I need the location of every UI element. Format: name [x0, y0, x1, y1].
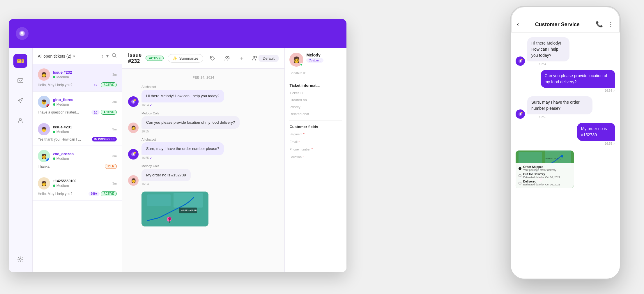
svg-point-5	[226, 56, 227, 58]
phone-message: Hi there Melody!How can I help you today…	[516, 37, 615, 66]
ticket-time: 3m	[112, 182, 117, 185]
phone-call-icon[interactable]: 📞	[596, 21, 603, 28]
info-profile: 👩 Melody Custom...	[289, 53, 342, 67]
nav-item-tickets[interactable]: 🎫	[13, 54, 27, 68]
svg-point-6	[227, 56, 229, 58]
avatar: 👨	[38, 123, 50, 135]
ticket-subtitle: Medium	[53, 102, 109, 107]
phone-mockup: ‹ Customer Service 📞 ⋮ Hi there Melody!H…	[510, 6, 621, 279]
created-on-label: Created on	[289, 98, 307, 102]
location-label: Location	[289, 155, 342, 159]
ticket-preview-text: Thanks.	[38, 164, 103, 169]
ticket-badge-status: ACTIVE	[101, 191, 117, 196]
back-button[interactable]: ‹	[517, 21, 519, 28]
check-icon: ✓	[150, 104, 152, 107]
avatar: 👦 📷	[38, 96, 50, 108]
ticket-preview-text: Hello, May I help you?	[38, 192, 86, 196]
nav-item-inbox[interactable]	[13, 74, 27, 88]
ticket-list-actions: ↕ ▾	[101, 53, 117, 59]
message-bubble-wrap: Melody Cols Can you please provide locat…	[141, 111, 240, 133]
info-ticket-row: Ticket ID	[289, 91, 342, 95]
bot-avatar	[128, 149, 139, 160]
filter-icon[interactable]: ▾	[106, 53, 109, 59]
svg-point-4	[211, 57, 212, 58]
ticket-preview-text: I have a question related...	[38, 110, 89, 114]
bot-avatar	[516, 109, 525, 119]
sparkle-icon: ✨	[173, 56, 177, 61]
ticket-preview: Yes thank you! How can I ... IN PROGRESS	[38, 137, 117, 141]
chat-status-badge: ACTIVE	[146, 56, 164, 61]
message-sender: Melody Cols	[141, 111, 240, 115]
message-sender: Melody Cols	[141, 164, 191, 168]
chevron-down-icon[interactable]: ▾	[73, 54, 75, 59]
info-user-details: Melody Custom...	[306, 53, 323, 63]
phone-more-icon[interactable]: ⋮	[608, 21, 614, 28]
phone-message-time: 16:55 ✓	[605, 142, 615, 145]
phone-map-container: GREEN LANE WAREHAM RD Order Shipped Your…	[516, 149, 615, 188]
message-group: AI chatbot Sure, may I have the order nu…	[128, 138, 279, 160]
svg-text:GREEN LANE: GREEN LANE	[545, 157, 558, 160]
map-image: WAREHAM RD	[141, 192, 208, 226]
add-button[interactable]: +	[236, 53, 247, 63]
ticket-badge-count: 10	[91, 110, 100, 115]
ticket-item[interactable]: 👨 Issue #231 Medium 3m Yes thank you! Ho…	[33, 119, 122, 146]
chat-header-actions: ✨ Summarize	[168, 53, 279, 63]
avatar: 👩	[38, 68, 50, 81]
tag-button[interactable]	[207, 53, 218, 63]
info-panel: 👩 Melody Custom... Sendbird ID Ticket in…	[285, 48, 346, 272]
nav-item-settings[interactable]	[13, 252, 27, 266]
facebook-icon: f	[46, 158, 50, 162]
ticket-item-header: 👩 +14255550100 Medium 3m	[38, 177, 117, 189]
related-chat-label: Related chat	[289, 112, 309, 116]
phone-message: Can you please provide location of my fo…	[516, 70, 615, 92]
tracking-info: Order Shipped Your package off for deliv…	[516, 163, 574, 188]
ticket-preview: Thanks. IDLE	[38, 164, 117, 169]
bubble-wrap: Sure, may I have the order number please…	[527, 96, 614, 119]
customer-fields-title: Customer fields	[289, 125, 342, 129]
summarize-button[interactable]: ✨ Summarize	[168, 54, 203, 63]
ticket-meta: +14255550100 Medium	[53, 179, 109, 188]
message-bubble-wrap: AI chatbot Hi there Melody! How can I he…	[141, 85, 224, 107]
ticket-name: zoe_orozco	[53, 152, 109, 156]
ticket-time: 3m	[112, 154, 117, 158]
ticket-badge-status: IDLE	[105, 164, 117, 169]
ticket-subtitle: Medium	[53, 184, 109, 188]
info-ticket-row: Created on	[289, 98, 342, 102]
priority-dot	[53, 185, 55, 187]
phone-message-time: 16:55	[527, 116, 614, 119]
sidebar-nav: 🎫	[9, 48, 33, 272]
search-icon[interactable]	[112, 53, 117, 59]
sort-icon[interactable]: ↕	[101, 54, 103, 59]
priority-label: Priority	[289, 105, 300, 109]
default-badge: Default	[259, 55, 279, 62]
ticket-time: 3m	[112, 127, 117, 131]
ticket-item[interactable]: 👦 📷 gino_flores Medium 3m	[33, 92, 122, 119]
priority-dot	[53, 103, 55, 106]
message-bubble: Sure, may I have the order number please…	[141, 142, 224, 155]
svg-point-7	[253, 56, 255, 58]
ticket-item-header: 👩 f zoe_orozco Medium 3m	[38, 150, 117, 162]
ticket-item[interactable]: 👩 +14255550100 Medium 3m Hello, May I he…	[33, 173, 122, 201]
ticket-badge-count: 999+	[89, 192, 100, 196]
info-field-segment: Segment	[289, 132, 342, 136]
nav-item-contacts[interactable]	[13, 113, 27, 127]
ticket-name: Issue #231	[53, 125, 109, 129]
assign-button[interactable]	[222, 53, 232, 63]
bot-avatar	[128, 96, 139, 107]
ticket-item[interactable]: 👩 Issue #232 Medium 3m Hello, May I help…	[33, 64, 122, 92]
bubble-wrap: Hi there Melody!How can I help you today…	[527, 37, 583, 66]
timeline-out: Out for Delivery Estimated date for Oct …	[519, 173, 571, 179]
info-ticket-row: Priority	[289, 105, 342, 109]
ticket-item[interactable]: 👩 f zoe_orozco Medium 3m	[33, 146, 122, 173]
priority-dot	[53, 131, 55, 133]
ticket-badge-count: 12	[91, 83, 100, 87]
ticket-badge-status: ACTIVE	[101, 82, 117, 87]
phone-bubble: Can you please provide location of my fo…	[541, 70, 615, 88]
message-bubble: Hi there Melody! How can I help you toda…	[141, 90, 224, 102]
date-divider: FEB 24, 2024	[128, 76, 279, 79]
priority-dot	[53, 76, 55, 78]
ticket-list-panel: All open tickets (2) ▾ ↕ ▾	[33, 48, 122, 272]
message-bubble: My order no is #152739	[141, 169, 191, 182]
nav-item-send[interactable]	[13, 93, 27, 107]
ticket-subtitle: Medium	[53, 130, 109, 134]
